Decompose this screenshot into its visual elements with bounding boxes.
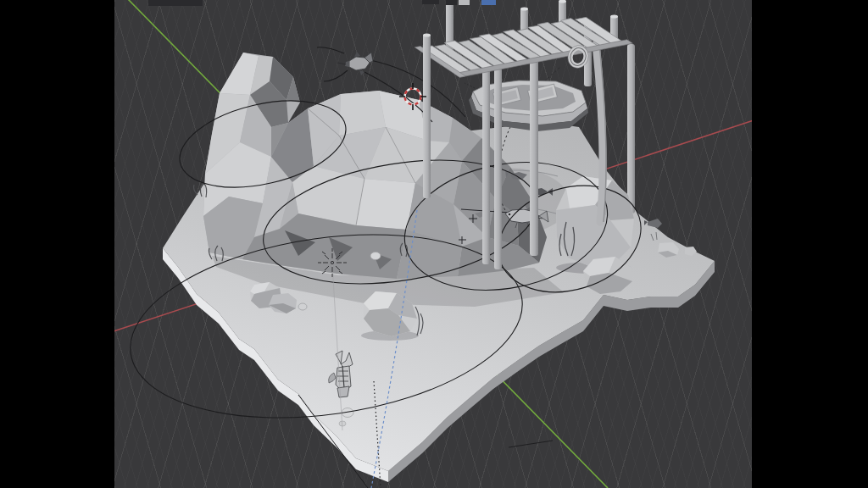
letterbox-left <box>0 0 114 488</box>
letterbox-right <box>752 0 868 488</box>
header-fragment-active[interactable] <box>481 0 496 5</box>
dock-post-back-right[interactable] <box>627 44 635 214</box>
header-fragment <box>459 0 470 5</box>
header-fragment <box>446 0 457 5</box>
header-fragment <box>148 0 203 6</box>
header-fragment <box>422 0 439 4</box>
3d-viewport[interactable] <box>0 0 868 488</box>
screenshot-stage <box>0 0 868 488</box>
thin-line <box>509 441 553 447</box>
dock-post-front-left[interactable] <box>423 34 431 198</box>
path-curve <box>324 70 348 81</box>
pebble[interactable] <box>298 303 307 310</box>
fish-top[interactable] <box>337 52 373 75</box>
path-curve <box>317 47 344 53</box>
